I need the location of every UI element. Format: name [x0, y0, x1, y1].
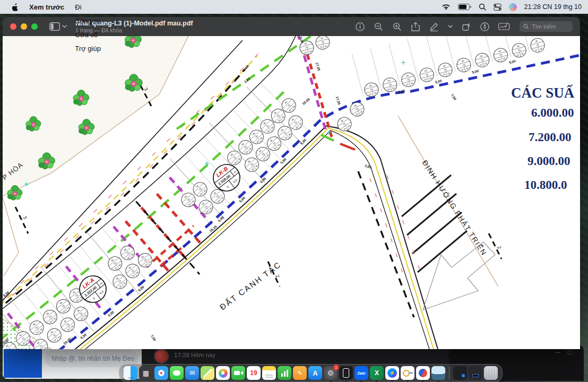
photos-icon — [216, 366, 230, 380]
messages-icon — [170, 366, 184, 380]
mail-icon: ✉ — [185, 366, 199, 380]
menu-bar: Xem trước TệpSửaXemĐiCông cụCửa sổTrợ gi… — [0, 0, 588, 14]
dock-item-photos[interactable] — [216, 366, 230, 380]
window-2-icon — [469, 366, 482, 380]
info-button[interactable] — [354, 21, 365, 32]
facetime-icon — [231, 366, 245, 380]
dock-item-messenger[interactable]: ⚡ — [385, 366, 399, 380]
dock-item-safari[interactable]: ➤ — [154, 366, 168, 380]
dock-item-capcut[interactable] — [416, 366, 430, 380]
trash-icon — [484, 366, 498, 380]
dock-item-calendar[interactable]: 19 — [247, 366, 261, 380]
menu-clock[interactable]: 21:28 CN 19 thg 10 — [524, 3, 582, 11]
pdf-content-area[interactable]: 4675059046750590467505904675059046750590… — [3, 36, 580, 349]
markup-chevron-icon[interactable] — [447, 21, 453, 32]
markup-button[interactable] — [429, 21, 439, 32]
maximize-icon[interactable]: ▢ — [567, 349, 572, 355]
dock-item-launchpad[interactable]: ▦ — [139, 366, 153, 380]
notification-time: 17:28 Hôm nay — [174, 352, 215, 358]
wifi-icon[interactable] — [442, 4, 451, 11]
price-panel-title: CÁC SUẤ — [511, 84, 575, 101]
signature-button[interactable] — [498, 21, 512, 32]
messenger-icon: ⚡ — [385, 366, 399, 380]
dock-item-passwords[interactable] — [401, 366, 414, 380]
dock-item-finder[interactable]: ‿ — [124, 366, 137, 380]
menu-item-3[interactable]: Đi — [70, 0, 106, 14]
finder-icon: ‿ — [124, 366, 137, 380]
fill-sign-button[interactable] — [479, 21, 490, 32]
dock-item-app-store[interactable]: A — [308, 366, 322, 380]
zalo-icon: Zalo — [354, 366, 368, 380]
search-icon — [523, 24, 529, 29]
zoom-out-button[interactable] — [373, 21, 384, 32]
share-button[interactable] — [410, 21, 421, 32]
dock-item-maps[interactable] — [201, 366, 214, 380]
dock-item-messages[interactable] — [170, 366, 184, 380]
preview-icon — [431, 366, 445, 380]
price-value: 10.800.0 — [524, 178, 567, 192]
tree-icon — [125, 36, 141, 48]
numbers-icon — [278, 366, 291, 380]
menu-item-5[interactable]: Cửa sổ — [70, 28, 106, 41]
search-field[interactable] — [520, 21, 573, 32]
dock-separator — [449, 366, 449, 380]
dock-item-facetime[interactable] — [231, 366, 245, 380]
dock-item-excel[interactable]: X — [370, 366, 384, 380]
zoom-in-button[interactable] — [392, 21, 402, 32]
window-1-icon — [453, 366, 467, 380]
menu-item-6[interactable]: Trợ giúp — [70, 41, 106, 55]
minimize-icon[interactable]: — — [555, 349, 560, 355]
apple-icon — [12, 3, 19, 11]
dock-item-iphone-mirroring[interactable] — [339, 366, 353, 380]
dock-item-notes[interactable] — [262, 366, 276, 380]
excel-icon: X — [370, 366, 384, 380]
dock-item-numbers[interactable] — [278, 366, 291, 380]
pdf-drawing[interactable]: 4675059046750590467505904675059046750590… — [3, 36, 580, 349]
menu-app-name[interactable]: Xem trước — [24, 0, 70, 14]
notes-icon — [262, 366, 276, 380]
rotate-button[interactable] — [461, 21, 471, 32]
dock: ‿▦➤✉19✎A⚙1ZaloX⚡ — [119, 364, 503, 382]
dock-item-preview[interactable] — [431, 366, 445, 380]
safari-icon: ➤ — [154, 366, 168, 380]
search-icon[interactable] — [479, 3, 486, 11]
preview-window: Nhat quang-L3 (1)-Model.pdf mau.pdf 1 tr… — [3, 17, 580, 349]
passwords-icon — [401, 366, 414, 380]
iphone-mirroring-icon — [339, 366, 353, 380]
app-store-icon: A — [308, 366, 322, 380]
dock-item-window-1[interactable] — [453, 366, 467, 380]
launchpad-icon: ▦ — [139, 366, 153, 380]
avatar — [154, 349, 169, 363]
dock-item-zalo[interactable]: Zalo — [354, 366, 368, 380]
menu-item-4[interactable]: Công cụ — [70, 14, 106, 28]
control-center-icon[interactable] — [494, 4, 501, 11]
search-input[interactable] — [531, 23, 566, 30]
pages-icon: ✎ — [293, 366, 307, 380]
chat-media-thumbnail — [4, 348, 42, 378]
price-value: 9.000.00 — [528, 154, 570, 168]
maps-icon — [201, 366, 214, 380]
price-value: 6.000.00 — [531, 106, 574, 119]
dock-item-settings[interactable]: ⚙1 — [324, 366, 338, 380]
dock-item-mail[interactable]: ✉ — [185, 366, 199, 380]
battery-icon[interactable] — [458, 4, 471, 10]
dock-item-window-2[interactable] — [469, 366, 482, 380]
price-value: 7.200.00 — [529, 131, 572, 144]
capcut-icon — [416, 366, 430, 380]
dock-item-trash[interactable] — [484, 366, 498, 380]
siri-icon[interactable] — [509, 3, 517, 11]
apple-menu[interactable] — [6, 0, 24, 14]
calendar-icon: 19 — [247, 366, 261, 380]
dock-item-pages[interactable]: ✎ — [293, 366, 307, 380]
settings-badge: 1 — [333, 364, 339, 370]
